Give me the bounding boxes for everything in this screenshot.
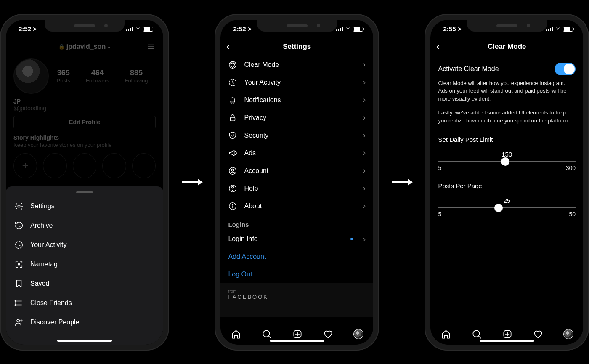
status-time: 2:52 bbox=[233, 25, 246, 32]
settings-item-account[interactable]: Account › bbox=[220, 162, 373, 180]
battery-icon bbox=[353, 27, 363, 32]
slider-thumb[interactable] bbox=[501, 157, 509, 166]
stat-posts[interactable]: 365 Posts bbox=[56, 69, 70, 84]
notch bbox=[257, 20, 337, 32]
highlights-title: Story Highlights bbox=[13, 134, 156, 141]
ppp-label: Posts Per Page bbox=[438, 182, 576, 189]
wifi-icon bbox=[135, 25, 141, 32]
daily-limit-max: 300 bbox=[566, 165, 576, 171]
row-label: Privacy bbox=[244, 114, 266, 122]
cellular-icon bbox=[126, 27, 133, 31]
hamburger-icon[interactable] bbox=[146, 42, 156, 51]
settings-item-notifications[interactable]: Notifications › bbox=[220, 91, 373, 109]
notification-dot bbox=[350, 238, 353, 240]
home-indicator[interactable] bbox=[57, 340, 112, 342]
sheet-item-settings[interactable]: Settings bbox=[6, 197, 163, 216]
settings-item-ads[interactable]: Ads › bbox=[220, 144, 373, 162]
svg-point-26 bbox=[233, 204, 233, 205]
chevron-right-icon: › bbox=[363, 166, 366, 175]
svg-marker-12 bbox=[15, 304, 16, 305]
sheet-item-activity[interactable]: Your Activity bbox=[6, 235, 163, 255]
svg-marker-10 bbox=[15, 300, 16, 301]
bell-icon bbox=[228, 96, 237, 105]
cellular-icon bbox=[336, 27, 343, 31]
sheet-item-saved[interactable]: Saved bbox=[6, 274, 163, 293]
page-title: Clear Mode bbox=[488, 43, 526, 51]
row-label: Notifications bbox=[244, 96, 281, 104]
sheet-item-discover[interactable]: Discover People bbox=[6, 313, 163, 332]
settings-item-activity[interactable]: Your Activity › bbox=[220, 74, 373, 91]
wifi-icon bbox=[555, 25, 561, 32]
row-label: Your Activity bbox=[244, 79, 281, 86]
tab-profile[interactable] bbox=[563, 329, 573, 339]
svg-point-6 bbox=[18, 263, 20, 265]
sheet-item-close-friends[interactable]: Close Friends bbox=[6, 293, 163, 313]
svg-point-23 bbox=[233, 190, 233, 190]
wifi-icon bbox=[345, 25, 351, 32]
settings-item-privacy[interactable]: Privacy › bbox=[220, 109, 373, 127]
nametag-icon bbox=[14, 260, 24, 269]
tab-search[interactable] bbox=[261, 329, 272, 340]
highlights-subtitle: Keep your favorite stories on your profi… bbox=[13, 142, 156, 148]
add-account-link[interactable]: Add Account bbox=[220, 248, 373, 266]
ppp-value: 25 bbox=[438, 197, 576, 204]
clear-mode-description-1: Clear Mode will alter how you experience… bbox=[438, 80, 576, 104]
activate-toggle[interactable] bbox=[555, 63, 576, 75]
svg-point-32 bbox=[557, 29, 558, 30]
home-indicator[interactable] bbox=[480, 340, 534, 342]
chevron-down-icon[interactable]: ⌄ bbox=[107, 44, 111, 49]
sheet-item-nametag[interactable]: Nametag bbox=[6, 255, 163, 274]
sheet-grabber[interactable] bbox=[76, 191, 93, 193]
stat-following[interactable]: 885 Following bbox=[125, 69, 148, 84]
tab-add-post[interactable] bbox=[292, 329, 303, 340]
settings-item-help[interactable]: Help › bbox=[220, 180, 373, 197]
megaphone-icon bbox=[228, 149, 237, 158]
row-label: About bbox=[244, 202, 262, 210]
profile-avatar[interactable] bbox=[13, 58, 49, 94]
settings-item-clear-mode[interactable]: Clear Mode › bbox=[220, 56, 373, 74]
ppp-slider[interactable] bbox=[438, 207, 576, 208]
tab-activity[interactable] bbox=[323, 329, 334, 340]
add-highlight-button[interactable]: + bbox=[13, 153, 37, 178]
chevron-right-icon: › bbox=[363, 113, 366, 122]
tab-profile[interactable] bbox=[353, 329, 363, 339]
chevron-right-icon: › bbox=[363, 131, 366, 140]
sheet-item-archive[interactable]: Archive bbox=[6, 216, 163, 235]
tab-activity[interactable] bbox=[533, 329, 544, 340]
tab-add-post[interactable] bbox=[502, 329, 513, 340]
svg-point-0 bbox=[138, 29, 138, 30]
edit-profile-button[interactable]: Edit Profile bbox=[13, 116, 156, 128]
settings-item-security[interactable]: Security › bbox=[220, 127, 373, 144]
profile-username[interactable]: jpdavid_son bbox=[66, 43, 106, 50]
info-icon bbox=[228, 202, 237, 211]
nav-header: ‹ Settings bbox=[220, 38, 373, 56]
chevron-right-icon: › bbox=[363, 149, 366, 157]
stat-followers[interactable]: 464 Followers bbox=[86, 69, 109, 84]
tab-home[interactable] bbox=[440, 329, 451, 340]
back-button[interactable]: ‹ bbox=[436, 41, 439, 52]
back-button[interactable]: ‹ bbox=[226, 41, 229, 52]
row-label: Account bbox=[244, 167, 268, 175]
tab-home[interactable] bbox=[231, 329, 241, 340]
daily-limit-label: Set Daily Post Limit bbox=[438, 136, 576, 143]
lock-icon bbox=[228, 113, 237, 122]
slider-thumb[interactable] bbox=[494, 204, 503, 212]
daily-limit-slider[interactable] bbox=[438, 161, 576, 162]
home-indicator[interactable] bbox=[270, 340, 324, 342]
svg-point-21 bbox=[232, 169, 234, 171]
svg-line-34 bbox=[479, 336, 481, 338]
chevron-right-icon: › bbox=[363, 78, 366, 87]
battery-icon bbox=[143, 27, 153, 32]
location-icon: ➤ bbox=[458, 26, 462, 32]
svg-line-28 bbox=[269, 336, 271, 338]
settings-item-login-info[interactable]: Login Info › bbox=[220, 231, 373, 248]
sheet-label: Nametag bbox=[30, 260, 58, 268]
activity-icon bbox=[228, 78, 237, 87]
bio-name: JP bbox=[13, 98, 156, 105]
discover-people-icon bbox=[14, 318, 24, 327]
settings-item-about[interactable]: About › bbox=[220, 197, 373, 215]
from-facebook: from FACEBOOK bbox=[220, 283, 373, 317]
tab-search[interactable] bbox=[471, 329, 482, 340]
log-out-link[interactable]: Log Out bbox=[220, 266, 373, 283]
svg-point-16 bbox=[348, 29, 348, 30]
